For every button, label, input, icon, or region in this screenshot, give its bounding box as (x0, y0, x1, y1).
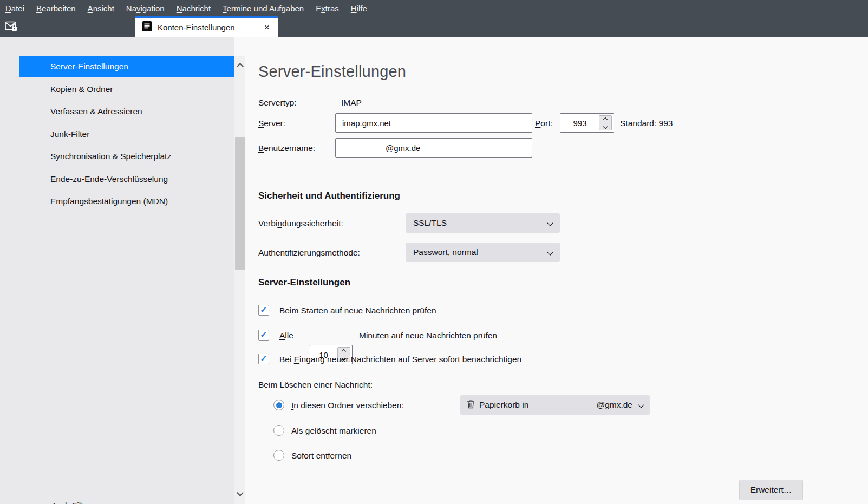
auth-method-select[interactable]: Passwort, normal (406, 243, 560, 262)
radio-selected-dot (276, 402, 282, 408)
delete-section-label: Beim Löschen einer Nachricht: (258, 380, 373, 390)
servertyp-value: IMAP (341, 98, 362, 108)
port-standard-label: Standard: 993 (620, 119, 673, 128)
sidebar-item-synchronisation-speicherplatz[interactable]: Synchronisation & Speicherplatz (19, 146, 234, 167)
menu-bar: Datei Bearbeiten Ansicht Navigation Nach… (0, 0, 868, 16)
sidebar-item-kopien-ordner[interactable]: Kopien & Ordner (19, 78, 234, 100)
menu-nachricht[interactable]: Nachricht (177, 4, 211, 13)
menu-bearbeiten[interactable]: Bearbeiten (36, 4, 76, 13)
sidebar-nav-list: Server-Einstellungen Kopien & Ordner Ver… (19, 56, 234, 210)
sidebar-item-verfassen-adressieren[interactable]: Verfassen & Adressieren (19, 101, 234, 122)
chevron-down-icon (638, 402, 644, 408)
server-label: Server: (258, 119, 285, 128)
check-interval-checkbox[interactable]: ✓ (258, 330, 269, 341)
push-notify-label[interactable]: Bei Eingang neuer Nachrichten auf Server… (279, 355, 521, 364)
close-icon[interactable]: × (262, 22, 272, 33)
checkmark-icon: ✓ (260, 331, 267, 339)
port-spinner[interactable]: 993 (560, 113, 614, 133)
mail-space-icon[interactable] (5, 21, 18, 32)
connection-security-select[interactable]: SSL/TLS (406, 213, 560, 233)
trash-folder-select[interactable]: Papierkorb in @gmx.de (460, 395, 650, 415)
checkmark-icon: ✓ (260, 355, 267, 363)
spin-up-icon[interactable] (599, 116, 611, 123)
benutzername-label: Benutzername: (258, 143, 315, 153)
scroll-up-icon[interactable] (238, 61, 243, 71)
push-notify-checkbox[interactable]: ✓ (258, 354, 269, 364)
page-title: Server-Einstellungen (258, 63, 406, 81)
chevron-down-icon (547, 249, 553, 255)
mark-deleted-radio[interactable] (273, 425, 284, 436)
check-interval-alle-label[interactable]: Alle (279, 331, 293, 341)
port-label: Port: (535, 119, 553, 128)
servertyp-label: Servertyp: (258, 98, 297, 108)
sidebar-item-server-einstellungen[interactable]: Server-Einstellungen (19, 56, 234, 77)
sidebar-item-junk-filter[interactable]: Junk-Filter (19, 123, 234, 145)
menu-ansicht[interactable]: Ansicht (88, 4, 114, 13)
remove-immediately-label[interactable]: Sofort entfernen (291, 451, 351, 461)
content-area: Server-Einstellungen Kopien & Ordner Ver… (0, 37, 868, 504)
check-on-start-checkbox[interactable]: ✓ (258, 305, 269, 316)
tab-title: Konten-Einstellungen (158, 23, 262, 32)
benutzername-input[interactable] (335, 138, 532, 158)
scroll-down-icon[interactable] (238, 488, 243, 498)
tab-bar: Konten-Einstellungen × (0, 16, 868, 37)
auth-method-value: Passwort, normal (413, 247, 548, 257)
settings-sidebar: Server-Einstellungen Kopien & Ordner Ver… (0, 37, 234, 504)
port-spin-buttons (599, 115, 612, 130)
checkmark-icon: ✓ (260, 306, 267, 315)
trash-icon (467, 400, 475, 411)
connection-security-value: SSL/TLS (413, 218, 548, 228)
server-settings-section-title: Server-Einstellungen (258, 277, 350, 288)
verbindungssicherheit-label: Verbindungssicherheit: (258, 219, 343, 228)
server-settings-panel: Server-Einstellungen Servertyp: IMAP Ser… (245, 37, 868, 504)
sidebar-scrollbar[interactable] (234, 56, 245, 504)
check-on-start-label[interactable]: Beim Starten auf neue Nachrichten prüfen (279, 306, 436, 316)
menu-datei[interactable]: Datei (5, 4, 24, 13)
security-section-title: Sicherheit und Authentifizierung (258, 191, 400, 201)
sidebar-item-partial-junk-filter[interactable]: Junk-Filter (51, 501, 90, 504)
erweitert-button[interactable]: Erweitert… (739, 480, 803, 500)
sidebar-item-ende-zu-ende-verschluesselung[interactable]: Ende-zu-Ende-Verschlüsselung (19, 168, 234, 190)
authentifizierungsmethode-label: Authentifizierungsmethode: (258, 248, 360, 258)
chevron-down-icon (547, 220, 553, 226)
menu-termine-und-aufgaben[interactable]: Termine und Aufgaben (223, 4, 304, 13)
mark-deleted-label[interactable]: Als gelöscht markieren (291, 426, 376, 436)
check-interval-suffix-label[interactable]: Minuten auf neue Nachrichten prüfen (359, 331, 497, 341)
menu-extras[interactable]: Extras (316, 4, 339, 13)
menu-hilfe[interactable]: Hilfe (351, 4, 367, 13)
server-input[interactable] (335, 113, 532, 133)
sidebar-item-empfangsbestaetigungen[interactable]: Empfangsbestätigungen (MDN) (19, 191, 234, 210)
menu-navigation[interactable]: Navigation (126, 4, 165, 13)
move-to-folder-label[interactable]: In diesen Ordner verschieben: (291, 401, 404, 410)
remove-immediately-radio[interactable] (273, 450, 284, 461)
scrollbar-thumb[interactable] (235, 137, 245, 270)
trash-folder-prefix: Papierkorb in (479, 400, 528, 410)
spin-up-icon[interactable] (338, 348, 350, 355)
tab-konten-einstellungen[interactable]: Konten-Einstellungen × (135, 16, 278, 37)
account-settings-tab-icon (142, 21, 152, 34)
spin-down-icon[interactable] (599, 123, 611, 130)
trash-folder-suffix: @gmx.de (596, 400, 632, 410)
move-to-folder-radio[interactable] (273, 400, 284, 410)
